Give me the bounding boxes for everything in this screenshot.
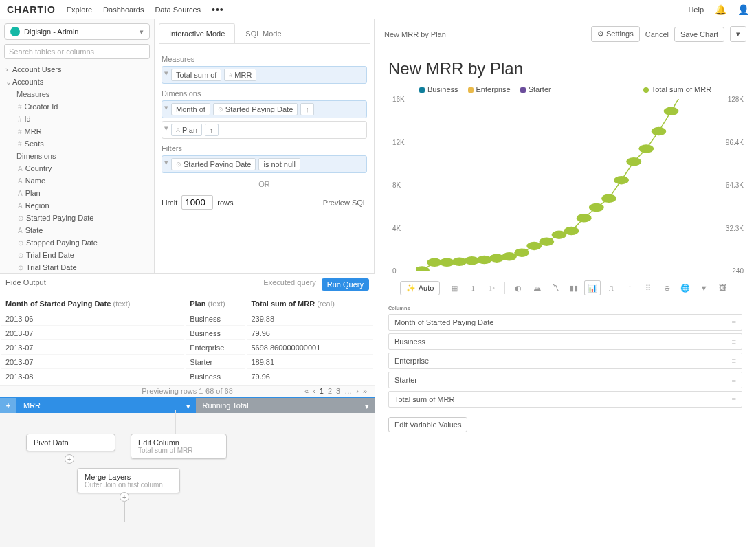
node-pivot[interactable]: Pivot Data — [26, 434, 115, 451]
tree-measure-item[interactable]: #Seats — [0, 137, 154, 150]
filters-dropzone[interactable]: ▾ ⊙Started Paying Date is not null — [162, 155, 367, 173]
tree-dimension-item[interactable]: ARegion — [0, 199, 154, 212]
save-dropdown-icon[interactable]: ▾ — [730, 26, 746, 42]
grip-icon[interactable]: ≡ — [732, 337, 736, 346]
column-item[interactable]: Enterprise≡ — [388, 353, 742, 369]
pill-filter-op[interactable]: is not null — [258, 158, 300, 170]
table-row[interactable]: 2013-07Business79.96 — [1, 327, 373, 340]
tree-dimension-item[interactable]: ⊙Stopped Paying Date — [0, 236, 154, 249]
settings-button[interactable]: ⚙ Settings — [591, 26, 640, 42]
column-item[interactable]: Month of Started Paying Date≡ — [388, 314, 742, 331]
node-edit-column[interactable]: Edit Column Total sum of MRR — [131, 434, 227, 459]
hide-output-toggle[interactable]: Hide Output — [5, 278, 46, 291]
grip-icon[interactable]: ≡ — [732, 318, 736, 326]
globe2-icon[interactable]: 🌐 — [677, 280, 693, 295]
tree-dimension-item[interactable]: AName — [0, 175, 154, 187]
tree-account-users[interactable]: Account Users — [0, 63, 154, 76]
connector-plus-icon[interactable]: + — [120, 492, 129, 502]
search-input[interactable]: Search tables or columns — [4, 44, 150, 59]
tab-interactive[interactable]: Interactive Mode — [159, 23, 235, 43]
column-item[interactable]: Total sum of MRR≡ — [388, 391, 742, 408]
dimensions-dropzone-2[interactable]: ▾ APlan ↑ — [162, 121, 367, 139]
bar-line-icon[interactable]: 📊 — [584, 280, 601, 295]
tree-dimension-item[interactable]: ACountry — [0, 162, 154, 175]
image-icon[interactable]: 🖼 — [714, 280, 731, 295]
nav-more-icon[interactable]: ••• — [212, 4, 224, 15]
pill-month-of[interactable]: Month of — [171, 103, 210, 115]
chevron-down-icon[interactable]: ▾ — [164, 158, 168, 170]
nav-explore[interactable]: Explore — [67, 5, 92, 14]
col-header[interactable]: Total sum of MRR (real) — [247, 297, 373, 311]
chevron-down-icon[interactable]: ▾ — [365, 402, 369, 411]
grip-icon[interactable]: ≡ — [732, 376, 736, 384]
sort-asc-icon[interactable]: ↑ — [300, 103, 314, 115]
pagination[interactable]: «‹123…›» — [302, 387, 369, 395]
table-icon[interactable]: ▦ — [446, 280, 463, 295]
area-icon[interactable]: ⛰ — [529, 280, 545, 295]
layer-running-total[interactable]: Running Total▾ — [196, 398, 375, 413]
edit-variable-values-button[interactable]: Edit Variable Values — [388, 417, 467, 432]
cancel-button[interactable]: Cancel — [645, 30, 669, 38]
tree-dimension-item[interactable]: ⊙Started Paying Date — [0, 212, 154, 224]
grip-icon[interactable]: ≡ — [732, 395, 736, 403]
tree-dimension-item[interactable]: AState — [0, 224, 154, 236]
user-icon[interactable]: 👤 — [737, 4, 749, 15]
bullet-icon[interactable]: 1• — [483, 280, 500, 295]
pill-plan[interactable]: APlan — [171, 124, 202, 136]
globe-icon[interactable]: ⊕ — [658, 280, 675, 295]
chevron-down-icon[interactable]: ▾ — [186, 402, 190, 411]
column-item[interactable]: Business≡ — [388, 333, 742, 350]
tree-measure-item[interactable]: #MRR — [0, 125, 154, 137]
line-icon[interactable]: 〽 — [547, 280, 564, 295]
preview-sql-link[interactable]: Preview SQL — [323, 199, 367, 207]
node-merge[interactable]: Merge Layers Outer Join on first column — [77, 468, 180, 493]
pie-icon[interactable]: ◐ — [510, 280, 526, 295]
pill-filter-field[interactable]: ⊙Started Paying Date — [171, 158, 256, 170]
grip-icon[interactable]: ≡ — [732, 357, 736, 365]
auto-chart-button[interactable]: ✨ Auto — [400, 281, 441, 295]
bar-icon[interactable]: ▮▮ — [566, 280, 582, 295]
chevron-down-icon[interactable]: ▾ — [164, 69, 168, 81]
save-chart-button[interactable]: Save Chart — [674, 27, 724, 42]
table-row[interactable]: 2013-07Starter189.81 — [1, 356, 373, 369]
tree-dimension-item[interactable]: ⊙Trial End Date — [0, 249, 154, 261]
datasource-selector[interactable]: Digisign - Admin ▾ — [4, 23, 150, 40]
column-item[interactable]: Starter≡ — [388, 372, 742, 388]
pill-total-sum[interactable]: Total sum of — [171, 69, 221, 81]
chevron-down-icon[interactable]: ▾ — [164, 124, 168, 136]
table-row[interactable]: 2013-08Business79.96 — [1, 370, 373, 383]
col-header[interactable]: Plan (text) — [186, 297, 245, 311]
measures-dropzone[interactable]: ▾ Total sum of #MRR — [162, 66, 367, 84]
chevron-down-icon: ▾ — [140, 27, 144, 36]
pill-started-paying[interactable]: ⊙Started Paying Date — [213, 103, 298, 115]
preview-rows-label: Previewing rows 1-68 of 68 — [142, 387, 233, 395]
layer-mrr[interactable]: MRR▾ — [16, 398, 196, 413]
connector-plus-icon[interactable]: + — [65, 454, 74, 464]
notifications-icon[interactable]: 🔔 — [715, 4, 726, 15]
dimensions-dropzone[interactable]: ▾ Month of ⊙Started Paying Date ↑ — [162, 100, 367, 118]
chevron-down-icon[interactable]: ▾ — [164, 103, 168, 115]
tree-accounts[interactable]: Accounts — [0, 76, 154, 88]
tree-measure-item[interactable]: #Creator Id — [0, 100, 154, 113]
tree-dimension-item[interactable]: ⊙Trial Start Date — [0, 261, 154, 274]
tree-dimension-item[interactable]: APlan — [0, 187, 154, 199]
col-header[interactable]: Month of Started Paying Date (text) — [1, 297, 184, 311]
nav-dashboards[interactable]: Dashboards — [103, 5, 144, 14]
nav-datasources[interactable]: Data Sources — [155, 5, 201, 14]
bubble-icon[interactable]: ⠿ — [640, 280, 656, 295]
single-value-icon[interactable]: 1 — [465, 280, 481, 295]
nav-help[interactable]: Help — [688, 5, 704, 14]
table-row[interactable]: 2013-07Enterprise5698.860000000001 — [1, 342, 373, 355]
scatter-icon[interactable]: ∴ — [621, 280, 638, 295]
tree-measure-item[interactable]: #Id — [0, 113, 154, 125]
table-row[interactable]: 2013-06Business239.88 — [1, 313, 373, 326]
pill-mrr[interactable]: #MRR — [224, 69, 256, 81]
sort-asc-icon[interactable]: ↑ — [205, 124, 219, 136]
sparkline-icon[interactable]: ⎍ — [603, 280, 619, 295]
pipeline-canvas[interactable]: Pivot Data Edit Column Total sum of MRR … — [0, 413, 375, 547]
funnel-icon[interactable]: ▼ — [696, 280, 712, 295]
run-query-button[interactable]: Run Query — [322, 278, 369, 291]
limit-input[interactable] — [181, 195, 213, 210]
tab-sql[interactable]: SQL Mode — [235, 23, 291, 43]
add-layer-button[interactable]: + — [0, 398, 16, 413]
